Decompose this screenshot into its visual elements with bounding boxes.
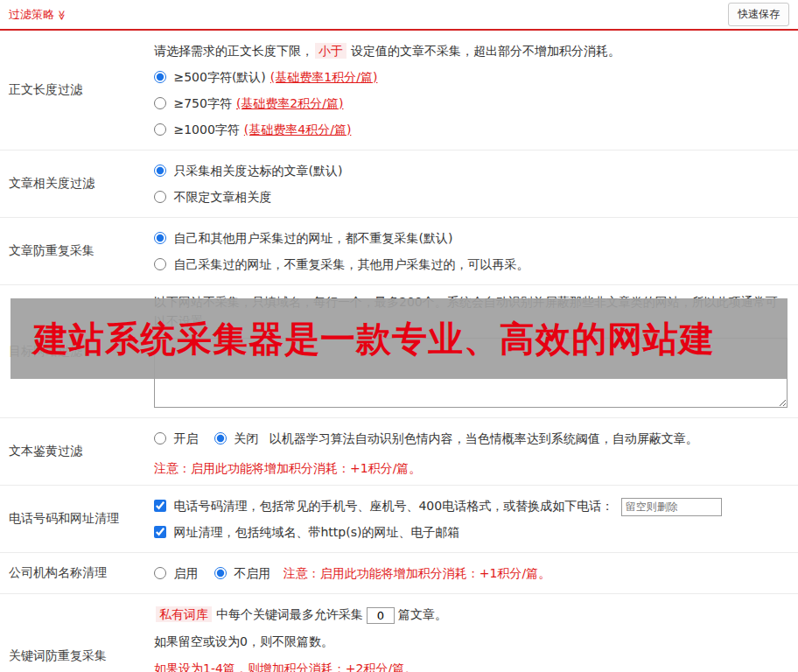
row-porn-filter: 文本鉴黄过滤 开启 关闭 以机器学习算法自动识别色情内容，当色情概率达到系统阈值… — [0, 417, 798, 486]
limit-text: 中每个关键词最多允许采集 — [216, 607, 363, 621]
length-option-500[interactable]: ≥500字符(默认)(基础费率1积分/篇) — [154, 70, 377, 84]
relevance-option-any-radio[interactable] — [154, 191, 166, 203]
replacement-phone-input[interactable] — [621, 498, 722, 516]
company-clean-note: 注意：启用此功能将增加积分消耗：+1积分/篇。 — [284, 566, 550, 580]
option-line: ≥750字符(基础费率2积分/篇) — [154, 90, 788, 116]
row-content: 开启 关闭 以机器学习算法自动识别色情内容，当色情概率达到系统阈值，自动屏蔽文章… — [149, 418, 798, 485]
phone-clean-checkbox[interactable] — [154, 500, 166, 512]
relevance-option-strict[interactable]: 只采集相关度达标的文章(默认) — [154, 164, 342, 178]
porn-filter-description: 以机器学习算法自动识别色情内容，当色情概率达到系统阈值，自动屏蔽文章。 — [270, 431, 698, 445]
url-clean-checkbox[interactable] — [154, 526, 166, 538]
length-option-1000[interactable]: ≥1000字符(基础费率4积分/篇) — [154, 122, 351, 136]
row-content: 自己和其他用户采集过的网址，都不重复采集(默认) 自己采集过的网址，不重复采集，… — [149, 218, 798, 284]
porn-filter-on[interactable]: 开启 — [154, 431, 202, 445]
limit-text-post: 篇文章。 — [398, 607, 447, 621]
row-company-clean: 公司机构名称清理 启用 不启用 注意：启用此功能将增加积分消耗：+1积分/篇。 — [0, 553, 798, 594]
length-option-500-radio[interactable] — [154, 71, 166, 83]
row-content: 电话号码清理，包括常见的手机号、座机号、400电话格式，或替换成如下电话： 网址… — [149, 486, 798, 552]
length-option-1000-radio[interactable] — [154, 123, 166, 136]
quick-save-button[interactable]: 快速保存 — [728, 3, 789, 26]
option-text: 开启 — [173, 431, 198, 445]
row-label: 文章相关度过滤 — [0, 150, 149, 217]
row-dedup-filter: 文章防重复采集 自己和其他用户采集过的网址，都不重复采集(默认) 自己采集过的网… — [0, 218, 798, 285]
option-text: ≥500字符(默认) — [173, 70, 265, 84]
filter-settings-page: 过滤策略≫ 快速保存 正文长度过滤 请选择需求的正文长度下限，小于设定值的文章不… — [0, 0, 798, 672]
header-bar: 过滤策略≫ 快速保存 — [0, 0, 798, 31]
relevance-option-strict-radio[interactable] — [154, 164, 166, 177]
page-title-text: 过滤策略 — [9, 8, 54, 21]
length-option-750[interactable]: ≥750字符(基础费率2积分/篇) — [154, 96, 343, 110]
dedup-option-self[interactable]: 自己采集过的网址，不重复采集，其他用户采集过的，可以再采。 — [154, 257, 528, 271]
phone-clean-option[interactable]: 电话号码清理，包括常见的手机号、座机号、400电话格式，或替换成如下电话： — [154, 499, 618, 513]
option-text: 关闭 — [234, 431, 258, 445]
company-clean-off[interactable]: 不启用 — [214, 566, 275, 580]
url-clean-option[interactable]: 网址清理，包括纯域名、带http(s)的网址、电子邮箱 — [154, 525, 459, 539]
option-text: 网址清理，包括纯域名、带http(s)的网址、电子邮箱 — [173, 525, 459, 539]
option-line: 只采集相关度达标的文章(默认) — [154, 158, 788, 184]
option-text: 不启用 — [234, 566, 270, 580]
company-clean-options: 启用 不启用 注意：启用此功能将增加积分消耗：+1积分/篇。 — [154, 560, 788, 586]
porn-filter-off-radio[interactable] — [214, 432, 227, 444]
option-text: 自己和其他用户采集过的网址，都不重复采集(默认) — [173, 231, 452, 245]
page-title[interactable]: 过滤策略≫ — [9, 7, 67, 23]
row-label: 正文长度过滤 — [0, 31, 149, 150]
option-text: 不限定文章相关度 — [173, 190, 271, 204]
option-line: 不限定文章相关度 — [154, 184, 788, 210]
dedup-option-global-radio[interactable] — [154, 232, 166, 244]
keyword-note-cost: 如果设为1-4篇，则增加积分消耗：+2积分/篇。 — [154, 655, 788, 672]
option-text: 自己采集过的网址，不重复采集，其他用户采集过的，可以再采。 — [173, 257, 528, 271]
row-label: 电话号码和网址清理 — [0, 486, 149, 552]
length-filter-intro: 请选择需求的正文长度下限，小于设定值的文章不采集，超出部分不增加积分消耗。 — [154, 38, 788, 64]
keyword-limit-input[interactable] — [367, 607, 395, 624]
row-content: 私有词库中每个关键词最多允许采集篇文章。 如果留空或设为0，则不限篇数。 如果设… — [149, 594, 798, 672]
company-clean-on[interactable]: 启用 — [154, 566, 202, 580]
company-clean-on-radio[interactable] — [154, 567, 166, 579]
intro-post: 设定值的文章不采集，超出部分不增加积分消耗。 — [351, 44, 620, 58]
option-line: ≥1000字符(基础费率4积分/篇) — [154, 116, 788, 143]
keyword-limit-line: 私有词库中每个关键词最多允许采集篇文章。 — [154, 601, 788, 628]
row-content: 请选择需求的正文长度下限，小于设定值的文章不采集，超出部分不增加积分消耗。 ≥5… — [149, 31, 798, 150]
option-text: ≥750字符 — [173, 96, 231, 110]
row-label: 文章防重复采集 — [0, 218, 149, 284]
private-lexicon-tag: 私有词库 — [156, 606, 212, 622]
option-line: ≥500字符(默认)(基础费率1积分/篇) — [154, 64, 788, 90]
relevance-option-any[interactable]: 不限定文章相关度 — [154, 190, 271, 204]
option-line: 自己和其他用户采集过的网址，都不重复采集(默认) — [154, 225, 788, 251]
length-option-750-radio[interactable] — [154, 97, 166, 109]
row-phone-url-clean: 电话号码和网址清理 电话号码清理，包括常见的手机号、座机号、400电话格式，或替… — [0, 486, 798, 553]
intro-highlight: 小于 — [315, 43, 346, 59]
row-content: 只采集相关度达标的文章(默认) 不限定文章相关度 — [149, 150, 798, 217]
phone-clean-line: 电话号码清理，包括常见的手机号、座机号、400电话格式，或替换成如下电话： — [154, 493, 788, 519]
dedup-option-self-radio[interactable] — [154, 258, 166, 270]
watermark-overlay: 建站系统采集器是一款专业、高效的网站建 — [10, 298, 788, 379]
porn-filter-options: 开启 关闭 以机器学习算法自动识别色情内容，当色情概率达到系统阈值，自动屏蔽文章… — [154, 425, 788, 452]
intro-pre: 请选择需求的正文长度下限， — [154, 44, 313, 58]
url-clean-line: 网址清理，包括纯域名、带http(s)的网址、电子邮箱 — [154, 519, 788, 545]
option-text: 启用 — [173, 566, 198, 580]
option-fee: (基础费率1积分/篇) — [270, 70, 378, 84]
option-text: 只采集相关度达标的文章(默认) — [173, 164, 342, 178]
row-keyword-dedup: 关键词防重复采集 私有词库中每个关键词最多允许采集篇文章。 如果留空或设为0，则… — [0, 594, 798, 672]
option-text: ≥1000字符 — [173, 122, 239, 136]
porn-filter-off[interactable]: 关闭 — [214, 431, 262, 445]
row-content: 启用 不启用 注意：启用此功能将增加积分消耗：+1积分/篇。 — [149, 553, 798, 593]
row-length-filter: 正文长度过滤 请选择需求的正文长度下限，小于设定值的文章不采集，超出部分不增加积… — [0, 31, 798, 150]
row-label: 文本鉴黄过滤 — [0, 418, 149, 485]
option-text: 电话号码清理，包括常见的手机号、座机号、400电话格式，或替换成如下电话： — [173, 499, 613, 513]
row-label: 关键词防重复采集 — [0, 594, 149, 672]
option-fee: (基础费率2积分/篇) — [236, 96, 344, 110]
row-label: 公司机构名称清理 — [0, 553, 149, 593]
company-clean-off-radio[interactable] — [214, 567, 227, 579]
row-relevance-filter: 文章相关度过滤 只采集相关度达标的文章(默认) 不限定文章相关度 — [0, 150, 798, 218]
dedup-option-global[interactable]: 自己和其他用户采集过的网址，都不重复采集(默认) — [154, 231, 452, 245]
porn-filter-note: 注意：启用此功能将增加积分消耗：+1积分/篇。 — [154, 458, 788, 478]
keyword-note-unlimited: 如果留空或设为0，则不限篇数。 — [154, 628, 788, 655]
porn-filter-on-radio[interactable] — [154, 432, 166, 444]
chevron-down-icon: ≫ — [56, 10, 67, 20]
option-line: 自己采集过的网址，不重复采集，其他用户采集过的，可以再采。 — [154, 251, 788, 277]
option-fee: (基础费率4积分/篇) — [244, 122, 352, 136]
